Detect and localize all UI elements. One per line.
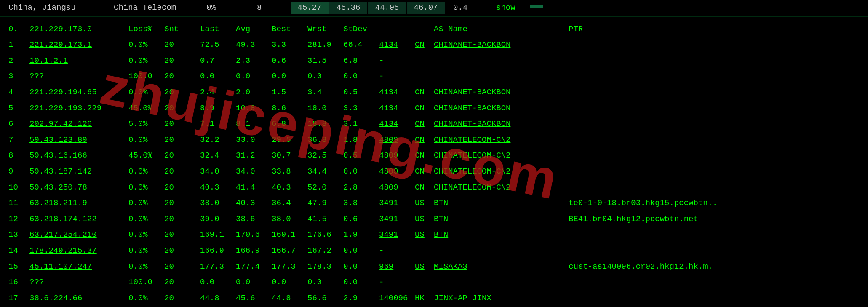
cell-host[interactable]: 221.229.194.65	[29, 85, 128, 101]
cell-as[interactable]: 4809	[379, 132, 415, 148]
cell-avg: 2.3	[236, 53, 272, 69]
cell-asname[interactable]: BTN	[434, 227, 569, 243]
cell-host[interactable]: 63.218.211.9	[29, 195, 128, 211]
table-row: 859.43.16.16645.0%2032.431.230.732.50.54…	[8, 148, 868, 164]
cell-asname[interactable]: CHINANET-BACKBON	[434, 37, 569, 53]
probe-stat3: 44.95	[368, 2, 406, 14]
cell-host[interactable]: 45.11.107.247	[29, 259, 128, 275]
cell-hop: 16	[8, 275, 29, 291]
cell-as[interactable]: 4809	[379, 148, 415, 164]
cell-as: -	[379, 275, 415, 291]
cell-avg: 33.0	[236, 132, 272, 148]
cell-ptr	[569, 101, 868, 117]
cell-host[interactable]: 63.217.254.210	[29, 227, 128, 243]
cell-as[interactable]: 4134	[379, 85, 415, 101]
cell-hop: 7	[8, 132, 29, 148]
cell-as[interactable]: 4134	[379, 116, 415, 132]
cell-as[interactable]: 969	[379, 259, 415, 275]
cell-asname[interactable]: CHINATELECOM-CN2	[434, 180, 569, 196]
cell-wrst: 178.3	[307, 259, 343, 275]
cell-asname[interactable]: CHINANET-BACKBON	[434, 116, 569, 132]
cell-best: 1.5	[272, 85, 307, 101]
cell-cc[interactable]: CN	[415, 180, 434, 196]
cell-asname[interactable]: CHINANET-BACKBON	[434, 85, 569, 101]
cell-host[interactable]: ???	[29, 69, 128, 85]
cell-cc[interactable]: CN	[415, 116, 434, 132]
cell-ptr	[569, 180, 868, 196]
col-hop: 0.	[8, 21, 29, 37]
cell-cc[interactable]: US	[415, 259, 434, 275]
cell-wrst: 18.8	[307, 116, 343, 132]
cell-asname[interactable]: CHINANET-BACKBON	[434, 101, 569, 117]
cell-host[interactable]: 10.1.2.1	[29, 53, 128, 69]
cell-host[interactable]: 38.6.224.66	[29, 291, 128, 307]
col-snt: Snt	[164, 21, 200, 37]
cell-ptr	[569, 116, 868, 132]
cell-cc[interactable]: CN	[415, 37, 434, 53]
cell-asname[interactable]: BTN	[434, 211, 569, 227]
cell-as[interactable]: 4134	[379, 37, 415, 53]
cell-hop: 12	[8, 211, 29, 227]
table-row: 759.43.123.890.0%2032.233.029.536.81.848…	[8, 132, 868, 148]
cell-host[interactable]: 59.43.16.166	[29, 148, 128, 164]
cell-host[interactable]: 221.229.173.1	[29, 37, 128, 53]
table-row: 1363.217.254.2100.0%20169.1170.6169.1176…	[8, 227, 868, 243]
cell-wrst: 0.0	[307, 69, 343, 85]
cell-cc[interactable]: US	[415, 227, 434, 243]
cell-cc[interactable]: CN	[415, 148, 434, 164]
cell-loss: 0.0%	[128, 85, 164, 101]
cell-host[interactable]: 178.249.215.37	[29, 243, 128, 259]
cell-last: 39.0	[200, 211, 236, 227]
cell-asname[interactable]: CHINATELECOM-CN2	[434, 148, 569, 164]
cell-cc[interactable]: CN	[415, 101, 434, 117]
cell-last: 38.0	[200, 195, 236, 211]
cell-cc[interactable]: CN	[415, 132, 434, 148]
cell-snt: 20	[164, 243, 200, 259]
probe-pct: 0%	[206, 2, 257, 14]
cell-asname[interactable]: CHINATELECOM-CN2	[434, 132, 569, 148]
cell-best: 40.3	[272, 180, 307, 196]
table-row: 210.1.2.10.0%200.72.30.631.56.8-	[8, 53, 868, 69]
cell-loss: 0.0%	[128, 259, 164, 275]
cell-cc[interactable]: CN	[415, 85, 434, 101]
cell-host[interactable]: 63.218.174.122	[29, 211, 128, 227]
cell-host[interactable]: ???	[29, 275, 128, 291]
cell-host[interactable]: 202.97.42.126	[29, 116, 128, 132]
cell-host[interactable]: 59.43.250.78	[29, 180, 128, 196]
cell-hop: 11	[8, 195, 29, 211]
cell-as[interactable]: 140096	[379, 291, 415, 307]
cell-avg: 0.0	[236, 69, 272, 85]
cell-stdev: 0.0	[343, 164, 379, 180]
cell-as[interactable]: 3491	[379, 195, 415, 211]
cell-as[interactable]: 4809	[379, 180, 415, 196]
cell-avg: 38.6	[236, 211, 272, 227]
cell-asname[interactable]: MISAKA3	[434, 259, 569, 275]
cell-wrst: 34.4	[307, 164, 343, 180]
cell-as[interactable]: 4809	[379, 164, 415, 180]
cell-host[interactable]: 59.43.187.142	[29, 164, 128, 180]
table-row: 1059.43.250.780.0%2040.341.440.352.02.84…	[8, 180, 868, 196]
cell-as[interactable]: 3491	[379, 211, 415, 227]
cell-stdev: 2.8	[343, 180, 379, 196]
cell-wrst: 3.4	[307, 85, 343, 101]
cell-asname[interactable]: JINX-AP JINX	[434, 291, 569, 307]
cell-as[interactable]: 3491	[379, 227, 415, 243]
cell-snt: 20	[164, 291, 200, 307]
cell-stdev: 3.8	[343, 195, 379, 211]
cell-asname[interactable]: CHINATELECOM-CN2	[434, 164, 569, 180]
cell-as: -	[379, 53, 415, 69]
cell-as[interactable]: 4134	[379, 101, 415, 117]
collapse-bar[interactable]	[530, 5, 543, 8]
cell-hop: 17	[8, 291, 29, 307]
cell-cc[interactable]: US	[415, 195, 434, 211]
cell-host[interactable]: 59.43.123.89	[29, 132, 128, 148]
cell-hop: 13	[8, 227, 29, 243]
show-link[interactable]: show	[496, 2, 515, 14]
cell-ptr	[569, 227, 868, 243]
cell-host[interactable]: 221.229.193.229	[29, 101, 128, 117]
cell-cc[interactable]: US	[415, 211, 434, 227]
cell-cc[interactable]: HK	[415, 291, 434, 307]
cell-asname[interactable]: BTN	[434, 195, 569, 211]
cell-cc[interactable]: CN	[415, 164, 434, 180]
cell-wrst: 56.6	[307, 291, 343, 307]
